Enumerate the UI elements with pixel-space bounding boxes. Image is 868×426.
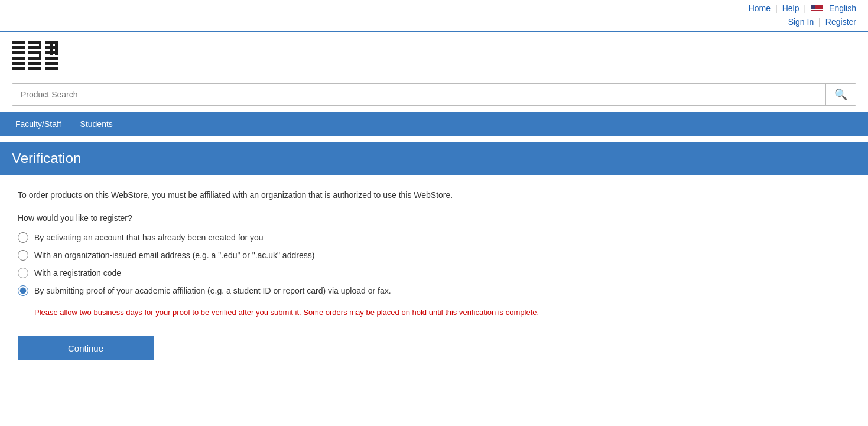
continue-button[interactable]: Continue <box>18 336 154 360</box>
radio-label-2: With an organization-issued email addres… <box>34 251 314 260</box>
signin-link[interactable]: Sign In <box>788 17 814 27</box>
warning-text: Please allow two business days for your … <box>34 307 850 318</box>
svg-rect-10 <box>28 62 41 65</box>
radio-input-4[interactable] <box>18 285 28 296</box>
radio-option-4[interactable]: By submitting proof of your academic aff… <box>18 285 850 296</box>
radio-option-3[interactable]: With a registration code <box>18 268 850 278</box>
ibm-logo <box>12 38 89 71</box>
svg-rect-4 <box>12 62 25 65</box>
nav-menu: Faculty/Staff Students <box>0 112 868 136</box>
svg-rect-20 <box>45 57 58 60</box>
radio-option-1[interactable]: By activating an account that has alread… <box>18 232 850 243</box>
page-header: Verification <box>0 142 868 175</box>
register-link[interactable]: Register <box>825 17 856 27</box>
search-bar-container: 🔍 <box>0 77 868 112</box>
svg-rect-3 <box>12 57 25 60</box>
svg-rect-24 <box>55 41 58 55</box>
radio-options: By activating an account that has alread… <box>18 232 850 318</box>
radio-input-2[interactable] <box>18 250 28 261</box>
language-link[interactable]: English <box>829 4 856 13</box>
page-title: Verification <box>12 150 856 167</box>
search-input[interactable] <box>12 84 825 105</box>
svg-rect-22 <box>45 67 58 70</box>
radio-option-2[interactable]: With an organization-issued email addres… <box>18 250 850 261</box>
description-text: To order products on this WebStore, you … <box>18 189 850 201</box>
header <box>0 32 868 77</box>
svg-rect-5 <box>12 67 25 70</box>
svg-rect-2 <box>12 51 25 54</box>
radio-label-4: By submitting proof of your academic aff… <box>34 286 391 295</box>
svg-rect-21 <box>45 62 58 65</box>
svg-rect-23 <box>50 41 53 55</box>
home-link[interactable]: Home <box>749 4 771 13</box>
svg-rect-14 <box>34 51 39 54</box>
svg-rect-16 <box>34 67 39 70</box>
radio-input-1[interactable] <box>18 232 28 243</box>
help-link[interactable]: Help <box>782 4 799 13</box>
radio-input-3[interactable] <box>18 268 28 278</box>
separator-3: | <box>818 17 821 27</box>
svg-rect-0 <box>12 41 25 44</box>
register-question: How would you like to register? <box>18 213 850 223</box>
flag-icon <box>811 5 823 12</box>
separator-2: | <box>804 4 806 13</box>
radio-label-3: With a registration code <box>34 268 121 278</box>
svg-rect-15 <box>39 53 41 60</box>
nav-item-students[interactable]: Students <box>71 112 122 136</box>
nav-item-faculty-staff[interactable]: Faculty/Staff <box>6 112 71 136</box>
svg-rect-12 <box>34 41 39 44</box>
separator-1: | <box>775 4 778 13</box>
main-content: To order products on this WebStore, you … <box>0 175 868 375</box>
svg-rect-1 <box>12 46 25 49</box>
svg-rect-13 <box>39 43 41 49</box>
search-bar: 🔍 <box>12 83 856 106</box>
search-icon: 🔍 <box>834 89 847 100</box>
search-button[interactable]: 🔍 <box>825 84 856 105</box>
radio-label-1: By activating an account that has alread… <box>34 233 264 242</box>
